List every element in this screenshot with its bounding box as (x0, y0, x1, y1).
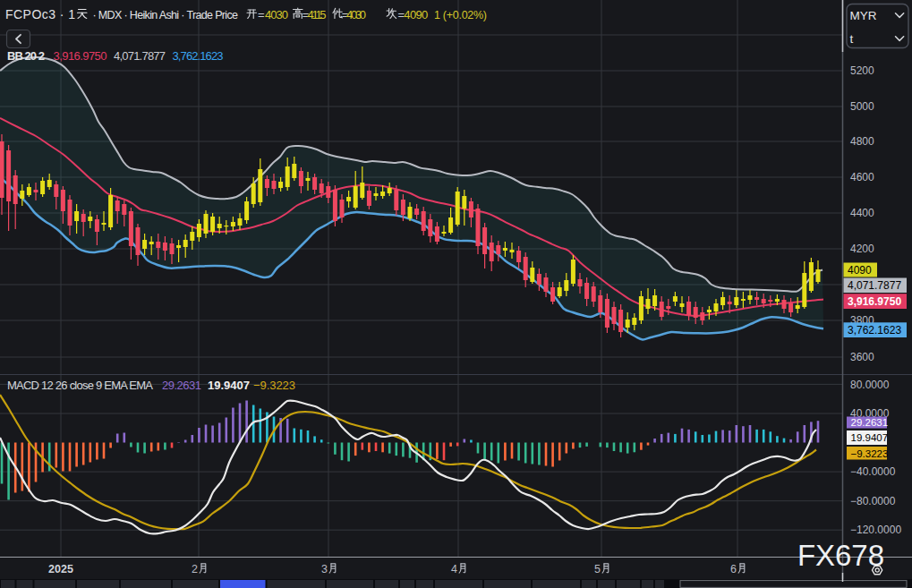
svg-text:2: 2 (192, 563, 198, 575)
svg-text:3,762.1623: 3,762.1623 (848, 324, 901, 337)
svg-text:4800: 4800 (850, 135, 874, 148)
svg-text:=: = (258, 8, 265, 21)
svg-text:MACD 12 26 close 9 EMA EMA: MACD 12 26 close 9 EMA EMA (7, 379, 153, 392)
svg-text:19.9407: 19.9407 (851, 432, 889, 443)
svg-text:4090: 4090 (404, 8, 428, 21)
svg-text:4,071.7877: 4,071.7877 (848, 279, 901, 292)
svg-text:4,071.7877: 4,071.7877 (114, 49, 166, 63)
svg-text:FCPOc3 · 1: FCPOc3 · 1 (5, 7, 75, 21)
svg-text:3,916.9750: 3,916.9750 (848, 295, 901, 308)
svg-text:FX678: FX678 (797, 539, 884, 572)
svg-text:2025: 2025 (48, 563, 73, 575)
svg-text:29.2631: 29.2631 (162, 379, 201, 392)
svg-text:3,762.1623: 3,762.1623 (173, 49, 224, 63)
svg-text:19.9407: 19.9407 (208, 379, 250, 392)
svg-text:4600: 4600 (850, 171, 874, 183)
svg-text:5000: 5000 (850, 100, 874, 113)
svg-text:−80.0000: −80.0000 (850, 495, 896, 507)
svg-text:4400: 4400 (850, 207, 874, 219)
svg-text:−9.3223: −9.3223 (253, 379, 295, 392)
svg-text:3: 3 (321, 563, 328, 575)
svg-text:−120.0000: −120.0000 (850, 524, 901, 536)
svg-text:t: t (850, 32, 854, 46)
svg-text:4090: 4090 (848, 264, 872, 277)
svg-text:−40.0000: −40.0000 (850, 465, 896, 478)
svg-text:−9.3223: −9.3223 (851, 448, 889, 459)
svg-text:1 (+0.02%): 1 (+0.02%) (434, 9, 487, 21)
svg-text:4030: 4030 (265, 8, 288, 21)
svg-text:BB 20 2: BB 20 2 (7, 49, 45, 63)
svg-text:80.0000: 80.0000 (850, 379, 890, 391)
svg-text:MYR: MYR (850, 9, 877, 22)
svg-text:· MDX · Heikin Ashi · Trade Pr: · MDX · Heikin Ashi · Trade Price (93, 9, 239, 21)
svg-text:3,916.9750: 3,916.9750 (54, 49, 107, 63)
svg-text:3600: 3600 (850, 351, 874, 363)
svg-text:5: 5 (594, 563, 601, 575)
svg-text:5200: 5200 (850, 64, 874, 77)
svg-text:4200: 4200 (850, 243, 874, 255)
svg-text:4115: 4115 (308, 8, 327, 21)
svg-text:29.2631: 29.2631 (851, 417, 889, 428)
svg-text:4: 4 (451, 563, 457, 575)
svg-text:4030: 4030 (346, 8, 366, 21)
svg-text:6: 6 (730, 563, 737, 575)
